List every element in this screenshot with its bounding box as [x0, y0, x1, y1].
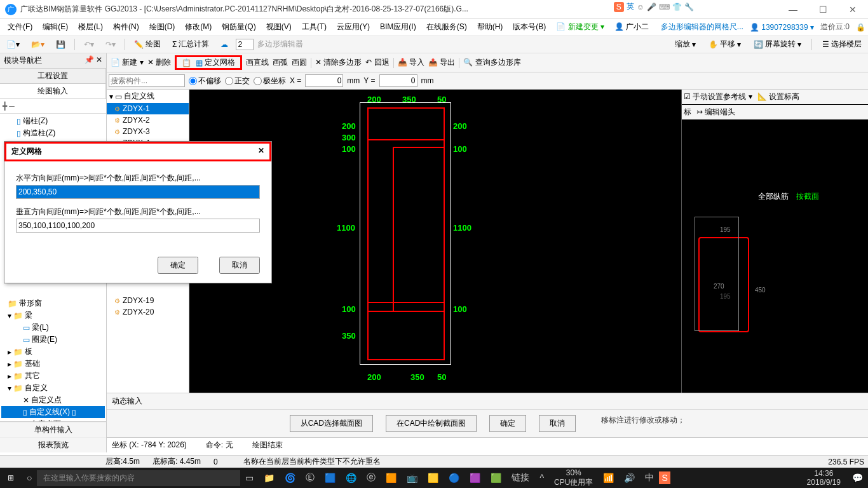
offset-radio[interactable]: 不偏移: [189, 76, 221, 86]
set-coord-button[interactable]: 📐 设置标高: [757, 92, 799, 102]
maximize-button[interactable]: ☐: [813, 4, 834, 15]
single-component-input[interactable]: 单构件输入: [0, 422, 106, 437]
app-icon[interactable]: ⓔ: [362, 472, 381, 484]
save-icon[interactable]: 💾: [52, 39, 69, 50]
link-label[interactable]: 链接: [506, 472, 534, 484]
ime-icon[interactable]: 🔧: [684, 3, 694, 11]
notification-icon[interactable]: 💬: [847, 473, 868, 483]
app-icon[interactable]: 🟩: [485, 473, 506, 483]
ime-icon[interactable]: 👕: [672, 3, 682, 11]
menu-modify[interactable]: 修改(M): [180, 22, 217, 32]
app-icon[interactable]: 📁: [259, 473, 280, 483]
copy-icon[interactable]: 📋: [182, 58, 191, 67]
rotate-button[interactable]: 🔄 屏幕旋转 ▾: [750, 37, 805, 51]
clear-poly-button[interactable]: ✕ 清除多边形: [315, 57, 362, 68]
tray-icon[interactable]: 📶: [598, 473, 619, 483]
cortana-icon[interactable]: ○: [22, 473, 37, 483]
tray-icon[interactable]: ^: [534, 473, 549, 483]
list-header[interactable]: ▾ ▭ 自定义线: [107, 90, 189, 103]
app-icon[interactable]: 🌐: [341, 473, 362, 483]
new-icon[interactable]: 📄▾: [3, 39, 24, 50]
menu-version[interactable]: 版本号(B): [508, 22, 551, 32]
zoom-button[interactable]: 缩放 ▾: [671, 37, 700, 51]
define-grid-button[interactable]: 定义网格: [205, 57, 235, 68]
menu-edit[interactable]: 编辑(E): [37, 22, 73, 32]
menu-view[interactable]: 视图(V): [261, 22, 297, 32]
query-lib-button[interactable]: 🔍 查询多边形库: [463, 57, 520, 68]
cancel-button[interactable]: 取消: [539, 415, 576, 432]
ime-lang[interactable]: 英: [627, 1, 634, 12]
user-label[interactable]: 👤 广小二: [609, 22, 654, 32]
app-icon[interactable]: 🟪: [465, 473, 485, 483]
pin-icon[interactable]: 📌 ✕: [85, 55, 102, 66]
app-icon[interactable]: Ⓔ: [301, 472, 320, 484]
redo-icon[interactable]: ↷▾: [102, 39, 119, 50]
report-preview[interactable]: 报表预览: [0, 437, 106, 452]
select-floor-button[interactable]: ☰ 选择楼层: [818, 37, 865, 51]
cad-select-button[interactable]: 从CAD选择截面图: [290, 415, 373, 432]
y-input[interactable]: [379, 74, 417, 87]
draw-circle-button[interactable]: 画圆: [292, 57, 307, 68]
draw-button[interactable]: ✏️ 绘图: [130, 37, 165, 51]
ime-icon[interactable]: 🎤: [647, 3, 656, 11]
ime-icon[interactable]: ⌨: [659, 3, 670, 11]
start-button[interactable]: ⊞: [0, 473, 22, 482]
x-input[interactable]: [305, 74, 343, 87]
undo-button[interactable]: ↶ 回退: [365, 57, 389, 68]
delete-button[interactable]: ✕ 删除: [147, 57, 171, 68]
new-button[interactable]: 📄 新建 ▾: [111, 57, 144, 68]
ortho-radio[interactable]: 正交: [225, 76, 250, 86]
minimize-button[interactable]: —: [782, 4, 804, 15]
dialog-cancel-button[interactable]: 取消: [219, 257, 260, 274]
cad-draw-button[interactable]: 在CAD中绘制截面图: [386, 415, 477, 432]
edit-head-button[interactable]: ↣ 编辑端头: [696, 107, 735, 118]
menu-help[interactable]: 帮助(H): [472, 22, 508, 32]
draw-line-button[interactable]: 画直线: [246, 57, 269, 68]
menu-online[interactable]: 在线服务(S): [421, 22, 472, 32]
app-icon[interactable]: 🌀: [280, 473, 301, 483]
draw-arc-button[interactable]: 画弧: [273, 57, 288, 68]
export-button[interactable]: 📤 导出: [428, 57, 455, 68]
phone-label[interactable]: 👤 13907298339 ▾: [750, 23, 814, 32]
tray-icon[interactable]: 🔊: [619, 473, 640, 483]
menu-draw[interactable]: 绘图(D): [144, 22, 180, 32]
undo-icon[interactable]: ↶▾: [80, 39, 98, 50]
num-input[interactable]: [236, 39, 254, 50]
app-icon[interactable]: 📺: [402, 473, 423, 483]
polygon-tip[interactable]: 多边形编辑器的网格尺...: [661, 22, 743, 32]
menu-floor[interactable]: 楼层(L): [73, 22, 108, 32]
taskview-icon[interactable]: ▭: [240, 473, 259, 483]
cloud-icon[interactable]: ☁: [217, 39, 232, 50]
ime-icon[interactable]: 中: [640, 472, 659, 484]
ime-s-icon[interactable]: S: [614, 2, 624, 12]
tray-icon[interactable]: S: [659, 471, 670, 484]
app-icon[interactable]: 🟨: [423, 473, 444, 483]
open-icon[interactable]: 📂▾: [27, 39, 48, 50]
tab-project-settings[interactable]: 工程设置: [0, 69, 106, 83]
app-icon[interactable]: 🔵: [444, 473, 465, 483]
menu-bim[interactable]: BIM应用(I): [375, 22, 421, 32]
define-grid-button-highlight[interactable]: 📋 ▦ 定义网格: [175, 55, 242, 70]
horiz-input[interactable]: [16, 185, 260, 199]
close-button[interactable]: ✕: [843, 4, 863, 15]
dialog-close-button[interactable]: ✕: [258, 146, 264, 157]
menu-component[interactable]: 构件(N): [108, 22, 144, 32]
menu-tools[interactable]: 工具(T): [297, 22, 332, 32]
polar-radio[interactable]: 极坐标: [254, 76, 286, 86]
import-button[interactable]: 📥 导入: [398, 57, 424, 68]
windows-taskbar[interactable]: ⊞ ○ 在这里输入你要搜索的内容 ▭ 📁 🌀 Ⓔ 🟦 🌐 ⓔ 🟧 📺 🟨 🔵 🟪…: [0, 468, 868, 488]
dialog-ok-button[interactable]: 确定: [158, 257, 198, 274]
tab-draw-input[interactable]: 绘图输入: [0, 84, 106, 98]
menu-rebar[interactable]: 钢筋量(Q): [217, 22, 261, 32]
summary-button[interactable]: Σ 汇总计算: [168, 37, 213, 51]
new-change-button[interactable]: 📄 新建变更 ▾: [551, 22, 609, 32]
taskbar-clock[interactable]: 14:362018/9/19: [801, 469, 847, 487]
menu-file[interactable]: 文件(F): [3, 22, 37, 32]
app-icon[interactable]: 🟧: [381, 473, 402, 483]
lock-icon[interactable]: 🔒: [856, 23, 865, 32]
app-icon[interactable]: 🟦: [320, 473, 341, 483]
search-component-input[interactable]: [109, 74, 185, 87]
cursor-button[interactable]: 标: [684, 107, 691, 118]
taskbar-search[interactable]: 在这里输入你要搜索的内容: [37, 470, 240, 486]
vert-input[interactable]: [16, 219, 260, 233]
